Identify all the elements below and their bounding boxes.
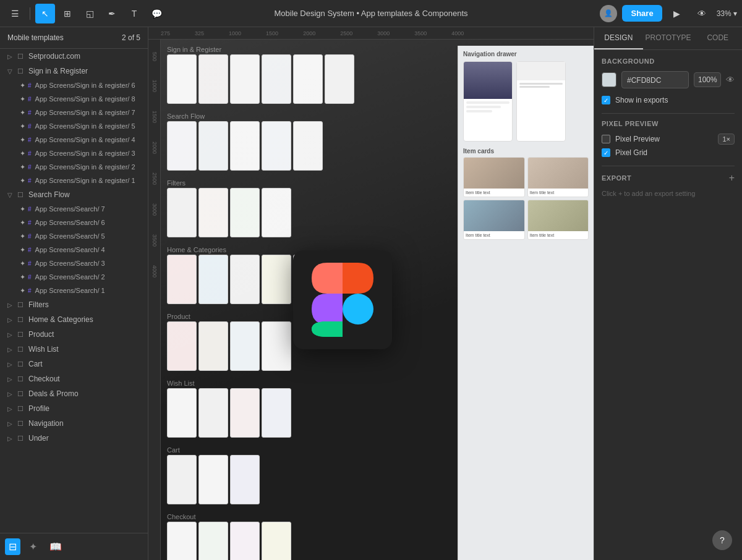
frame-thumb <box>262 388 291 438</box>
menu-button[interactable]: ☰ <box>5 4 25 23</box>
frame-tool[interactable]: ⊞ <box>58 4 77 23</box>
sidebar-child-sign-in-5[interactable]: ✦ # App Screens/Sign in & register/ 5 <box>0 119 148 133</box>
component-icon: ✦ <box>20 95 25 103</box>
nav-drawer-label: Navigation drawer <box>463 51 589 57</box>
pixel-grid-checkbox[interactable]: ✓ <box>602 148 610 157</box>
sidebar-child-sign-in-7[interactable]: ✦ # App Screens/Sign in & register/ 7 <box>0 106 148 119</box>
expand-icon: ▷ <box>7 361 15 368</box>
export-add-button[interactable]: + <box>729 172 735 184</box>
sidebar-item-search-flow[interactable]: ▽ ☐ Search Flow <box>0 187 148 202</box>
sidebar-child-sign-in-8[interactable]: ✦ # App Screens/Sign in & register/ 8 <box>0 92 148 106</box>
component-icon: ✦ <box>20 273 25 281</box>
play-icon: ▶ <box>673 9 680 19</box>
sidebar-child-search-3[interactable]: ✦ # App Screens/Search/ 3 <box>0 257 148 270</box>
sidebar-item-home[interactable]: ▷ ☐ Home & Categories <box>0 312 148 327</box>
cart-frames <box>167 455 260 504</box>
move-tool[interactable]: ↖ <box>35 4 55 23</box>
expand-icon: ▷ <box>7 53 15 60</box>
sidebar-child-search-4[interactable]: ✦ # App Screens/Search/ 4 <box>0 243 148 257</box>
item-card: Item title text <box>527 157 589 197</box>
background-hex-input[interactable] <box>627 76 676 85</box>
sidebar-label-navigation: Navigation <box>28 419 64 428</box>
sidebar-child-sign-in-3[interactable]: ✦ # App Screens/Sign in & register/ 3 <box>0 146 148 160</box>
frame-thumb <box>198 188 228 237</box>
sidebar-item-wish-list[interactable]: ▷ ☐ Wish List <box>0 342 148 357</box>
pixel-preview-section-title: PIXEL PREVIEW <box>602 120 735 127</box>
child-label: App Screens/Sign in & register/ 1 <box>35 177 135 184</box>
frame-thumb <box>262 54 291 104</box>
child-label: App Screens/Search/ 1 <box>35 287 105 294</box>
share-button[interactable]: Share <box>622 5 662 22</box>
background-opacity[interactable]: 100% <box>694 72 721 87</box>
sidebar-item-setproduct[interactable]: ▷ ☐ Setproduct.com <box>0 49 148 64</box>
expand-icon: ▷ <box>7 405 15 412</box>
tab-code[interactable]: CODE <box>693 27 742 49</box>
canvas-content[interactable]: Sign in & Register Search Flow <box>161 40 594 560</box>
sidebar-item-profile[interactable]: ▷ ☐ Profile <box>0 401 148 416</box>
expand-icon: ▷ <box>7 302 15 308</box>
sidebar-scroll[interactable]: ▷ ☐ Setproduct.com ▽ ☐ Sign in & Registe… <box>0 49 148 533</box>
component-icon: ✦ <box>20 205 25 213</box>
background-color-swatch[interactable] <box>602 72 616 87</box>
components-icon-button[interactable]: ✦ <box>25 538 41 555</box>
frame-thumb <box>230 54 260 104</box>
page-icon: ☐ <box>17 360 26 368</box>
sidebar-child-search-6[interactable]: ✦ # App Screens/Search/ 6 <box>0 216 148 229</box>
section-label-filters: Filters <box>167 179 186 187</box>
sidebar-item-under[interactable]: ▷ ☐ Under <box>0 431 148 446</box>
view-button[interactable]: 👁 <box>692 4 712 23</box>
page-icon: ☐ <box>17 405 26 413</box>
sidebar-item-navigation[interactable]: ▷ ☐ Navigation <box>0 416 148 431</box>
comment-tool[interactable]: 💬 <box>147 4 166 23</box>
sidebar-child-sign-in-1[interactable]: ✦ # App Screens/Sign in & register/ 1 <box>0 174 148 187</box>
top-toolbar: ☰ ↖ ⊞ ◱ ✒ T 💬 Mobile Design System • App… <box>0 0 742 27</box>
expand-icon: ▷ <box>7 420 15 427</box>
help-button[interactable]: ? <box>712 530 732 550</box>
sidebar-child-search-2[interactable]: ✦ # App Screens/Search/ 2 <box>0 270 148 284</box>
shape-tool[interactable]: ◱ <box>80 4 100 23</box>
frame-icon: ⊞ <box>64 9 71 19</box>
sidebar-item-cart[interactable]: ▷ ☐ Cart <box>0 357 148 371</box>
tab-design[interactable]: DESIGN <box>594 27 643 49</box>
export-section-title: EXPORT <box>602 174 631 182</box>
sidebar-label-setproduct: Setproduct.com <box>28 52 80 61</box>
page-icon: ☐ <box>17 375 26 383</box>
text-tool[interactable]: T <box>124 4 144 23</box>
sidebar-child-sign-in-6[interactable]: ✦ # App Screens/Sign in & register/ 6 <box>0 78 148 92</box>
sidebar-child-sign-in-2[interactable]: ✦ # App Screens/Sign in & register/ 2 <box>0 160 148 174</box>
book-icon-button[interactable]: 📖 <box>46 538 66 555</box>
section-label-search: Search Flow <box>167 112 205 120</box>
tab-prototype[interactable]: PROTOTYPE <box>643 27 694 49</box>
show-exports-checkbox[interactable]: ✓ <box>602 96 610 104</box>
expand-icon: ▷ <box>7 376 15 383</box>
layers-icon-button[interactable]: ⊟ <box>5 538 20 555</box>
frame-thumb <box>230 121 260 171</box>
sidebar-item-filters[interactable]: ▷ ☐ Filters <box>0 297 148 312</box>
zoom-control[interactable]: 33% ▾ <box>717 9 737 18</box>
sidebar-label-home: Home & Categories <box>28 315 93 324</box>
sidebar-child-search-5[interactable]: ✦ # App Screens/Search/ 5 <box>0 229 148 243</box>
right-canvas-panel: Navigation drawer <box>458 46 594 560</box>
nav-drawer-cards <box>463 61 589 142</box>
pixel-preview-checkbox[interactable] <box>602 135 610 143</box>
user-avatar[interactable]: 👤 <box>600 5 617 22</box>
visibility-toggle[interactable]: 👁 <box>726 75 735 85</box>
sidebar-item-checkout[interactable]: ▷ ☐ Checkout <box>0 371 148 386</box>
sidebar-child-sign-in-4[interactable]: ✦ # App Screens/Sign in & register/ 4 <box>0 133 148 146</box>
sidebar-item-product[interactable]: ▷ ☐ Product <box>0 327 148 342</box>
sidebar-child-search-1[interactable]: ✦ # App Screens/Search/ 1 <box>0 284 148 297</box>
component-icon: ✦ <box>20 163 25 171</box>
expand-icon-search: ▽ <box>7 192 15 198</box>
sidebar-item-sign-in[interactable]: ▽ ☐ Sign in & Register <box>0 64 148 78</box>
page-icon: ☐ <box>17 346 26 354</box>
pen-tool[interactable]: ✒ <box>102 4 122 23</box>
sidebar-item-deals[interactable]: ▷ ☐ Deals & Promo <box>0 386 148 401</box>
canvas-area[interactable]: 275 325 1000 1500 2000 2500 3000 3500 40… <box>148 27 594 560</box>
page-icon: ☐ <box>17 53 26 61</box>
present-button[interactable]: ▶ <box>667 4 687 23</box>
divider-1 <box>602 113 735 114</box>
component-icon: ✦ <box>20 287 25 295</box>
sidebar-child-search-7[interactable]: ✦ # App Screens/Search/ 7 <box>0 202 148 216</box>
frame-thumb <box>198 54 228 104</box>
background-hex-input-wrap[interactable] <box>621 71 689 88</box>
